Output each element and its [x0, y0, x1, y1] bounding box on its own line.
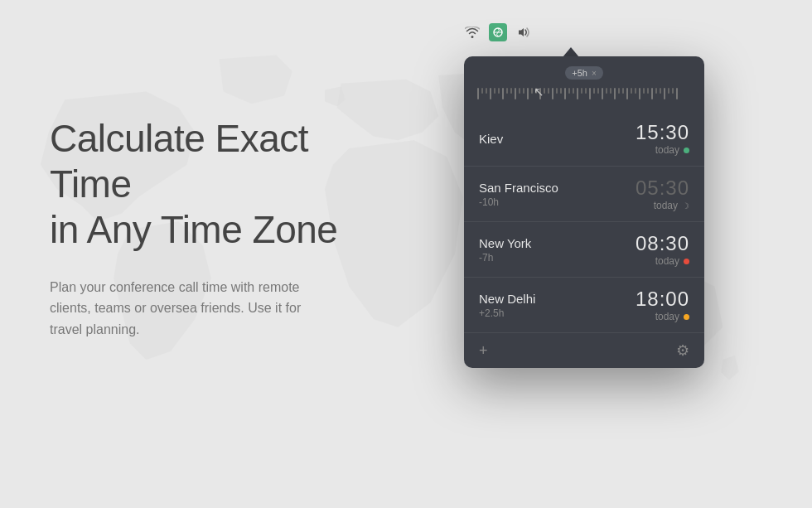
city-day-newdelhi: today	[655, 311, 679, 322]
headline: Calculate Exact Timein Any Time Zone	[50, 116, 398, 254]
app-icon[interactable]	[489, 23, 507, 41]
city-time-value-newdelhi: 18:00	[636, 288, 689, 311]
timeline-ruler[interactable]: ↖	[477, 85, 691, 104]
city-info-newyork: New York -7h	[479, 236, 531, 264]
city-time-section-newyork: 08:30 today	[636, 232, 689, 267]
city-list: Kiev 15:30 today San Francisco -10h 05:3…	[464, 111, 704, 332]
city-day-sanfrancisco: today	[654, 200, 678, 211]
city-name-sanfrancisco: San Francisco	[479, 181, 558, 195]
city-name-newdelhi: New Delhi	[479, 292, 535, 306]
left-content-section: Calculate Exact Timein Any Time Zone Pla…	[50, 116, 398, 340]
city-time-value-newyork: 08:30	[636, 232, 689, 255]
timeline-area[interactable]: +5h ×	[464, 56, 704, 111]
city-day-row-sanfrancisco: today ☽	[654, 200, 689, 211]
city-time-section-kiev: 15:30 today	[636, 121, 689, 156]
city-time-section-newdelhi: 18:00 today	[636, 288, 689, 322]
offset-value: +5h	[572, 68, 587, 78]
city-day-row-newyork: today	[655, 255, 689, 267]
add-city-button[interactable]: +	[479, 342, 488, 360]
status-dot-kiev	[684, 148, 689, 153]
city-row-newyork[interactable]: New York -7h 08:30 today	[464, 221, 704, 277]
city-row-kiev[interactable]: Kiev 15:30 today	[464, 111, 704, 166]
menubar	[464, 23, 532, 41]
close-offset-button[interactable]: ×	[592, 69, 597, 78]
city-time-section-sanfrancisco: 05:30 today ☽	[636, 177, 689, 211]
settings-button[interactable]: ⚙	[676, 341, 689, 360]
city-day-newyork: today	[655, 255, 679, 267]
offset-badge[interactable]: +5h ×	[565, 66, 603, 80]
city-info-sanfrancisco: San Francisco -10h	[479, 181, 558, 208]
subtext: Plan your conference call time with remo…	[50, 277, 331, 341]
city-row-sanfrancisco[interactable]: San Francisco -10h 05:30 today ☽	[464, 166, 704, 221]
city-offset-newyork: -7h	[479, 252, 531, 264]
city-name-newyork: New York	[479, 236, 531, 250]
moon-icon-sanfrancisco: ☽	[682, 201, 689, 210]
city-info-newdelhi: New Delhi +2.5h	[479, 292, 535, 319]
city-day-row-kiev: today	[655, 144, 689, 156]
city-offset-sanfrancisco: -10h	[479, 196, 558, 208]
city-offset-newdelhi: +2.5h	[479, 307, 535, 319]
city-name-kiev: Kiev	[479, 132, 503, 146]
city-info-kiev: Kiev	[479, 132, 503, 146]
wifi-icon[interactable]	[464, 24, 481, 41]
city-day-row-newdelhi: today	[655, 311, 689, 322]
popup-panel: +5h ×	[464, 56, 704, 368]
status-dot-newdelhi	[684, 314, 689, 320]
bottom-bar: + ⚙	[464, 332, 704, 368]
city-row-newdelhi[interactable]: New Delhi +2.5h 18:00 today	[464, 277, 704, 332]
city-day-kiev: today	[655, 144, 679, 156]
status-dot-newyork	[684, 259, 689, 264]
city-time-value-sanfrancisco: 05:30	[636, 177, 689, 200]
volume-icon[interactable]	[515, 24, 532, 41]
city-time-value-kiev: 15:30	[636, 121, 689, 144]
